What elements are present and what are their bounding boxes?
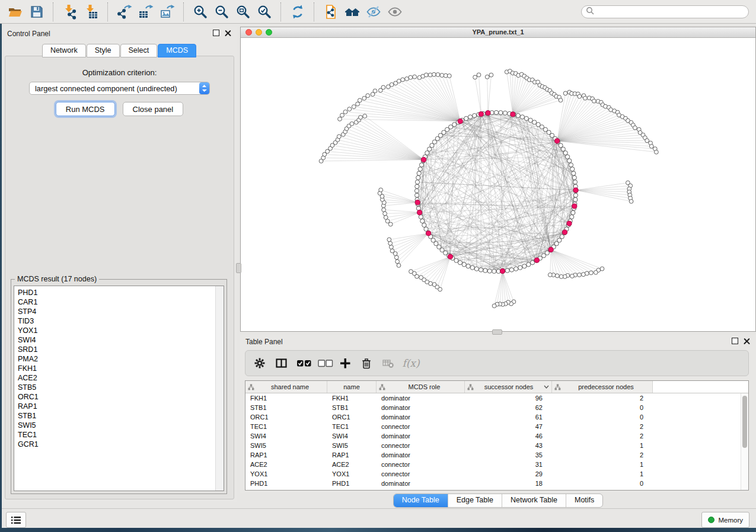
delete-button[interactable] [359, 354, 377, 372]
tab-node-table[interactable]: Node Table [394, 494, 448, 507]
network-node[interactable] [358, 98, 362, 102]
optimization-criterion-select[interactable]: largest connected component (undirected) [29, 82, 210, 95]
search-input[interactable] [596, 7, 748, 17]
network-node[interactable] [520, 115, 524, 119]
mcds-node[interactable] [573, 188, 578, 193]
network-node[interactable] [633, 126, 637, 130]
mcds-node[interactable] [572, 204, 577, 209]
network-node[interactable] [555, 274, 559, 278]
network-node[interactable] [570, 274, 575, 278]
mcds-node[interactable] [500, 269, 505, 274]
add-button[interactable] [338, 354, 356, 372]
mcds-result-item[interactable]: SRD1 [18, 345, 224, 354]
network-node[interactable] [432, 283, 436, 287]
network-node[interactable] [424, 227, 428, 231]
deselect-all-button[interactable] [317, 354, 334, 372]
mcds-node[interactable] [426, 231, 431, 236]
network-node[interactable] [524, 116, 528, 120]
network-node[interactable] [581, 273, 585, 277]
table-row[interactable]: ORC1ORC1dominator610 [245, 412, 748, 422]
network-file-button[interactable] [320, 2, 342, 21]
mcds-node[interactable] [534, 258, 539, 262]
network-node[interactable] [567, 159, 572, 163]
network-node[interactable] [414, 189, 419, 193]
network-node[interactable] [464, 116, 468, 120]
network-node[interactable] [340, 113, 344, 117]
run-mcds-button[interactable]: Run MCDS [56, 102, 115, 116]
network-node[interactable] [425, 151, 429, 155]
mcds-result-item[interactable]: CAR1 [18, 297, 224, 307]
network-node[interactable] [573, 180, 577, 184]
network-node[interactable] [479, 268, 483, 272]
network-node[interactable] [409, 75, 413, 79]
table-scrollbar[interactable] [741, 393, 748, 490]
show-panels-button[interactable] [6, 512, 26, 528]
table-row[interactable]: TEC1TEC1connector472 [245, 422, 748, 431]
network-node[interactable] [394, 255, 398, 259]
hide-details-button[interactable] [363, 2, 384, 21]
network-node[interactable] [487, 269, 492, 273]
tab-network-table[interactable]: Network Table [502, 494, 566, 507]
network-node[interactable] [356, 102, 360, 106]
mcds-node[interactable] [548, 247, 553, 252]
network-node[interactable] [390, 83, 394, 87]
network-node[interactable] [559, 98, 563, 102]
network-node[interactable] [452, 123, 457, 127]
mcds-node[interactable] [486, 111, 490, 116]
refresh-button[interactable] [287, 2, 308, 21]
search-box[interactable] [581, 5, 749, 18]
mcds-result-item[interactable]: PMA2 [18, 354, 224, 364]
network-node[interactable] [561, 147, 565, 151]
network-node[interactable] [416, 175, 420, 180]
column-header-successor-nodes[interactable]: successor nodes [465, 381, 552, 393]
mcds-node[interactable] [555, 139, 560, 143]
network-node[interactable] [350, 122, 354, 126]
network-node[interactable] [516, 114, 520, 118]
export-network-button[interactable] [114, 2, 135, 21]
network-node[interactable] [570, 167, 575, 171]
network-node[interactable] [473, 114, 477, 118]
eye-button[interactable] [384, 2, 406, 21]
zoom-selected-button[interactable] [254, 2, 275, 21]
table-row[interactable]: SWI4SWI4dominator462 [245, 431, 748, 441]
network-node[interactable] [383, 211, 387, 216]
tab-mcds[interactable]: MCDS [158, 44, 196, 57]
column-header-predecessor-nodes[interactable]: predecessor nodes [552, 381, 653, 393]
network-canvas[interactable] [241, 38, 755, 332]
network-node[interactable] [655, 150, 659, 154]
network-node[interactable] [419, 163, 423, 167]
network-node[interactable] [592, 99, 596, 103]
mcds-result-item[interactable]: RAP1 [18, 402, 224, 411]
network-node[interactable] [390, 245, 394, 249]
mcds-result-item[interactable]: ACE2 [18, 373, 224, 383]
network-node[interactable] [569, 163, 573, 167]
close-table-panel-icon[interactable] [744, 338, 750, 344]
close-panel-button[interactable]: Close panel [123, 102, 184, 116]
network-node[interactable] [397, 79, 401, 84]
mcds-result-item[interactable]: STB5 [18, 383, 224, 392]
network-node[interactable] [379, 188, 383, 192]
mcds-node[interactable] [562, 230, 567, 235]
network-node[interactable] [436, 73, 440, 77]
network-node[interactable] [366, 94, 370, 98]
tab-edge-table[interactable]: Edge Table [448, 494, 502, 507]
network-node[interactable] [388, 241, 393, 245]
network-node[interactable] [594, 271, 598, 275]
network-node[interactable] [397, 264, 401, 268]
network-node[interactable] [381, 85, 385, 89]
table-row[interactable]: STB1STB1dominator620 [245, 403, 748, 412]
float-table-panel-icon[interactable] [732, 338, 738, 344]
network-node[interactable] [362, 97, 366, 101]
network-node[interactable] [573, 197, 578, 201]
network-window-titlebar[interactable]: YPA_prune.txt_1 [241, 27, 755, 38]
network-node[interactable] [419, 275, 423, 280]
import-network-button[interactable] [59, 2, 81, 21]
network-node[interactable] [494, 110, 498, 114]
network-node[interactable] [384, 216, 388, 220]
homes-button[interactable] [342, 2, 363, 21]
network-node[interactable] [578, 94, 582, 98]
network-node[interactable] [419, 215, 423, 219]
table-row[interactable]: SWI5SWI5connector431 [245, 441, 748, 450]
network-node[interactable] [548, 273, 552, 277]
network-node[interactable] [420, 219, 425, 223]
